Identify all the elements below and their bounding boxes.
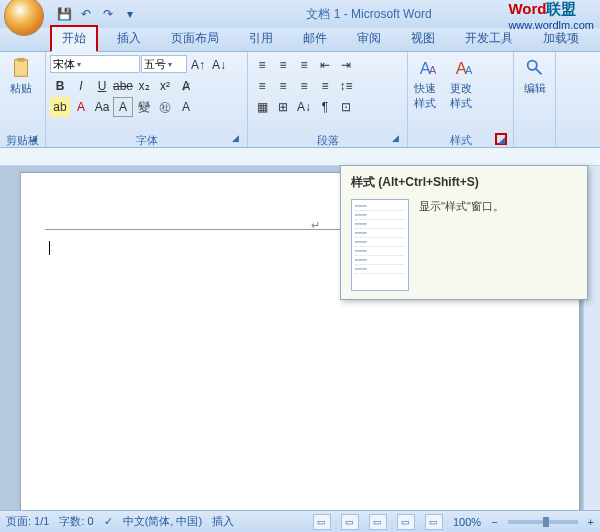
print-layout-view-icon[interactable]: ▭ <box>313 514 331 530</box>
italic-icon[interactable]: I <box>71 76 91 96</box>
quick-access-toolbar: 💾 ↶ ↷ ▾ <box>56 6 138 22</box>
paragraph-label: 段落 <box>317 134 339 146</box>
qat-dropdown-icon[interactable]: ▾ <box>122 6 138 22</box>
change-styles-label: 更改样式 <box>450 81 480 111</box>
tooltip-text: 显示"样式"窗口。 <box>419 199 504 291</box>
superscript-icon[interactable]: x² <box>155 76 175 96</box>
snap-grid-icon[interactable]: ⊡ <box>336 97 356 117</box>
text-cursor <box>49 241 50 255</box>
quick-styles-button[interactable]: AA 快速样式 <box>412 55 446 113</box>
zoom-slider[interactable] <box>508 520 578 524</box>
font-color-icon[interactable]: A <box>71 97 91 117</box>
status-words[interactable]: 字数: 0 <box>59 514 93 529</box>
shading-icon[interactable]: ▦ <box>252 97 272 117</box>
status-bar: 页面: 1/1 字数: 0 ✓ 中文(简体, 中国) 插入 ▭ ▭ ▭ ▭ ▭ … <box>0 510 600 532</box>
quick-styles-label: 快速样式 <box>414 81 444 111</box>
reading-view-icon[interactable]: ▭ <box>341 514 359 530</box>
status-language[interactable]: 中文(简体, 中国) <box>123 514 202 529</box>
tooltip-title: 样式 (Alt+Ctrl+Shift+S) <box>351 174 577 191</box>
draft-view-icon[interactable]: ▭ <box>425 514 443 530</box>
justify-icon[interactable]: ≡ <box>315 76 335 96</box>
styles-launcher-icon[interactable]: ◢ <box>495 133 507 145</box>
editing-label: 编辑 <box>524 81 546 96</box>
bullets-icon[interactable]: ≡ <box>252 55 272 75</box>
strike-icon[interactable]: abe <box>113 76 133 96</box>
zoom-out-icon[interactable]: − <box>491 516 497 528</box>
watermark: Word联盟 www.wordlm.com <box>508 0 594 31</box>
group-paragraph: ≡ ≡ ≡ ⇤ ⇥ ≡ ≡ ≡ ≡ ↕≡ ▦ ⊞ A↓ ¶ ⊡ 段落◢ <box>248 52 408 147</box>
web-view-icon[interactable]: ▭ <box>369 514 387 530</box>
paste-label: 粘贴 <box>10 81 32 96</box>
outline-view-icon[interactable]: ▭ <box>397 514 415 530</box>
svg-line-7 <box>535 69 541 75</box>
find-button[interactable]: 编辑 <box>518 55 551 98</box>
font-launcher-icon[interactable]: ◢ <box>229 133 241 145</box>
change-case-icon[interactable]: Aa <box>92 97 112 117</box>
group-styles: AA 快速样式 AA 更改样式 样式◢ <box>408 52 514 147</box>
styles-tooltip: 样式 (Alt+Ctrl+Shift+S) ━━━━━━━━━━━━━━━━━━… <box>340 165 588 300</box>
tab-references[interactable]: 引用 <box>238 26 284 51</box>
paragraph-mark-icon: ↵ <box>311 219 320 232</box>
char-border-icon[interactable]: A <box>113 97 133 117</box>
font-label: 字体 <box>136 134 158 146</box>
status-page[interactable]: 页面: 1/1 <box>6 514 49 529</box>
font-size-select[interactable]: 五号▾ <box>141 55 187 73</box>
increase-indent-icon[interactable]: ⇥ <box>336 55 356 75</box>
svg-rect-0 <box>15 60 28 77</box>
svg-text:A: A <box>465 64 473 76</box>
tab-view[interactable]: 视图 <box>400 26 446 51</box>
save-icon[interactable]: 💾 <box>56 6 72 22</box>
grow-font-icon[interactable]: A↑ <box>188 55 208 75</box>
align-center-icon[interactable]: ≡ <box>273 76 293 96</box>
svg-text:A: A <box>429 64 437 76</box>
multilevel-icon[interactable]: ≡ <box>294 55 314 75</box>
paste-button[interactable]: 粘贴 <box>4 55 38 98</box>
borders-icon[interactable]: ⊞ <box>273 97 293 117</box>
spellcheck-icon[interactable]: ✓ <box>104 515 113 528</box>
line-spacing-icon[interactable]: ↕≡ <box>336 76 356 96</box>
underline-icon[interactable]: U <box>92 76 112 96</box>
group-clipboard: 粘贴 剪贴板◢ <box>0 52 46 147</box>
zoom-level[interactable]: 100% <box>453 516 481 528</box>
font-name-select[interactable]: 宋体▾ <box>50 55 140 73</box>
undo-icon[interactable]: ↶ <box>78 6 94 22</box>
paragraph-launcher-icon[interactable]: ◢ <box>389 133 401 145</box>
tab-insert[interactable]: 插入 <box>106 26 152 51</box>
align-left-icon[interactable]: ≡ <box>252 76 272 96</box>
zoom-in-icon[interactable]: + <box>588 516 594 528</box>
svg-point-6 <box>527 61 536 70</box>
highlight-icon[interactable]: ab <box>50 97 70 117</box>
svg-rect-1 <box>17 58 24 62</box>
enclose-icon[interactable]: ㊓ <box>155 97 175 117</box>
subscript-icon[interactable]: x₂ <box>134 76 154 96</box>
shrink-font-icon[interactable]: A↓ <box>209 55 229 75</box>
tooltip-thumbnail: ━━━━━━━━━━━━━━━━━━━━━━━━ <box>351 199 409 291</box>
tab-home[interactable]: 开始 <box>50 25 98 51</box>
clipboard-launcher-icon[interactable]: ◢ <box>27 133 39 145</box>
phonetic-icon[interactable]: 變 <box>134 97 154 117</box>
redo-icon[interactable]: ↷ <box>100 6 116 22</box>
show-marks-icon[interactable]: ¶ <box>315 97 335 117</box>
status-mode[interactable]: 插入 <box>212 514 234 529</box>
tab-layout[interactable]: 页面布局 <box>160 26 230 51</box>
sort-icon[interactable]: A↓ <box>294 97 314 117</box>
ribbon: 粘贴 剪贴板◢ 宋体▾ 五号▾ A↑ A↓ B I U abe x₂ x² A̷ <box>0 52 600 148</box>
bold-icon[interactable]: B <box>50 76 70 96</box>
group-font: 宋体▾ 五号▾ A↑ A↓ B I U abe x₂ x² A̷ ab A Aa… <box>46 52 248 147</box>
align-right-icon[interactable]: ≡ <box>294 76 314 96</box>
numbering-icon[interactable]: ≡ <box>273 55 293 75</box>
clear-format-icon[interactable]: A̷ <box>176 76 196 96</box>
char-shading-icon[interactable]: A <box>176 97 196 117</box>
ribbon-tabs: 开始 插入 页面布局 引用 邮件 审阅 视图 开发工具 加载项 <box>0 28 600 52</box>
decrease-indent-icon[interactable]: ⇤ <box>315 55 335 75</box>
change-styles-button[interactable]: AA 更改样式 <box>448 55 482 113</box>
tab-mailings[interactable]: 邮件 <box>292 26 338 51</box>
ruler[interactable] <box>0 148 600 166</box>
tab-review[interactable]: 审阅 <box>346 26 392 51</box>
group-editing: 编辑 <box>514 52 556 147</box>
styles-label: 样式 <box>450 134 472 146</box>
